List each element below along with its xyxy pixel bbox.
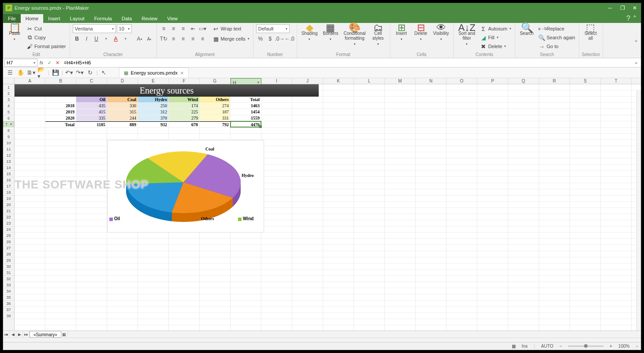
row-header-3[interactable]: 3 — [3, 97, 14, 103]
column-header-F[interactable]: F — [169, 78, 200, 84]
number-format-select[interactable]: Default — [256, 24, 290, 33]
shrink-font-button[interactable]: A▾ — [145, 34, 154, 43]
cell[interactable]: 1454 — [231, 109, 261, 115]
column-header-C[interactable]: C — [76, 78, 107, 84]
row-header-28[interactable]: 28 — [3, 251, 14, 257]
column-header-L[interactable]: L — [354, 78, 385, 84]
align-bottom-button[interactable]: ≡ — [179, 24, 188, 33]
row-header-5[interactable]: 5 — [3, 109, 14, 115]
row-header-36[interactable]: 36 — [3, 300, 14, 307]
delete-cells-button[interactable]: ⊟Delete▾ — [412, 24, 430, 42]
cell[interactable]: 174 — [169, 103, 200, 109]
row-header-12[interactable]: 12 — [3, 152, 14, 158]
row-header-9[interactable]: 9 — [3, 134, 14, 140]
cell[interactable]: Coal — [107, 97, 138, 103]
zoom-slider[interactable] — [568, 345, 603, 347]
row-header-35[interactable]: 35 — [3, 294, 14, 300]
touch-mode-icon[interactable]: ✋ — [16, 68, 25, 77]
cell[interactable]: 370 — [138, 115, 169, 121]
column-header-G[interactable]: G — [200, 78, 231, 84]
column-header-N[interactable]: N — [416, 78, 447, 84]
pie-chart[interactable]: Coal Hydro Wind Others Oil — [107, 140, 264, 233]
minimize-button[interactable]: ─ — [604, 3, 616, 13]
row-header-30[interactable]: 30 — [3, 263, 14, 270]
row-header-37[interactable]: 37 — [3, 307, 14, 313]
row-header-20[interactable]: 20 — [3, 202, 14, 208]
row-header-13[interactable]: 13 — [3, 158, 14, 165]
cell[interactable]: 279 — [169, 115, 200, 121]
wrap-text-button[interactable]: ↩Wrap text — [212, 24, 242, 33]
delete-contents-button[interactable]: ✖Delete▾ — [479, 42, 512, 51]
align-top-button[interactable]: ≡ — [160, 24, 168, 33]
cell[interactable]: 315 — [107, 109, 138, 115]
goto-button[interactable]: →Go to — [537, 42, 576, 51]
row-header-14[interactable]: 14 — [3, 165, 14, 171]
row-header-16[interactable]: 16 — [3, 177, 14, 183]
cell-styles-button[interactable]: 🗂Cell styles▾ — [369, 24, 387, 47]
cell[interactable]: 187 — [200, 109, 231, 115]
format-painter-button[interactable]: 🖌Format painter — [25, 42, 67, 51]
column-header-D[interactable]: D — [107, 78, 138, 84]
vertical-scrollbar[interactable] — [637, 90, 641, 330]
visibility-button[interactable]: 👁Visibility▾ — [432, 24, 451, 42]
row-header-25[interactable]: 25 — [3, 233, 14, 239]
column-header-K[interactable]: K — [323, 78, 354, 84]
row-header-27[interactable]: 27 — [3, 245, 14, 251]
grow-font-button[interactable]: A▴ — [135, 34, 144, 43]
tab-view[interactable]: View — [162, 14, 182, 23]
zoom-in-button[interactable]: + — [610, 344, 612, 349]
row-header-21[interactable]: 21 — [3, 208, 14, 214]
cell[interactable]: 244 — [107, 115, 138, 121]
rotate-text-button[interactable]: T↻ — [160, 34, 168, 43]
row-header-29[interactable]: 29 — [3, 257, 14, 263]
cell[interactable]: Hydro — [138, 97, 169, 103]
save-icon[interactable]: 💾 — [51, 68, 60, 77]
row-header-18[interactable]: 18 — [3, 189, 14, 195]
cell[interactable]: 2019 — [45, 109, 76, 115]
menu-icon[interactable]: ☰ — [6, 68, 15, 77]
cursor-icon[interactable]: ↖ — [100, 68, 108, 77]
decrease-decimal-button[interactable]: ←.0 — [285, 34, 294, 43]
row-header-33[interactable]: 33 — [3, 282, 14, 288]
last-sheet-button[interactable]: ⏭ — [23, 331, 30, 338]
bold-button[interactable]: B — [73, 34, 82, 43]
font-color-button[interactable]: A — [112, 34, 120, 43]
select-all-button[interactable]: ⬚Select all — [582, 24, 599, 41]
undo-icon[interactable]: ↶▾ — [65, 68, 74, 77]
cell[interactable]: Wind — [169, 97, 200, 103]
sheet-tab-summary[interactable]: «Summary» — [30, 331, 61, 338]
document-tab[interactable]: ▦ Energy sources.pmdx × — [119, 68, 189, 78]
column-header-O[interactable]: O — [447, 78, 477, 84]
replace-button[interactable]: a→bReplace — [537, 24, 576, 33]
cell[interactable]: 678 — [169, 121, 200, 128]
cut-button[interactable]: ✂Cut — [25, 24, 67, 33]
orientation-button[interactable]: ▭▾ — [198, 24, 207, 33]
row-header-8[interactable]: 8 — [3, 128, 14, 134]
maximize-button[interactable]: ❐ — [616, 3, 629, 13]
sort-filter-button[interactable]: A↓ZSort and filter▾ — [456, 24, 477, 47]
cell[interactable]: 889 — [107, 121, 138, 128]
currency-button[interactable]: $ — [266, 34, 275, 43]
row-header-1[interactable]: 1 — [3, 84, 14, 90]
add-sheet-button[interactable]: ▦ — [61, 331, 68, 338]
tab-formula[interactable]: Formula — [89, 14, 117, 23]
cell[interactable]: 4476 — [231, 121, 261, 128]
row-header-11[interactable]: 11 — [3, 146, 14, 152]
new-doc-icon[interactable]: 🗎▾ — [27, 68, 36, 77]
open-doc-icon[interactable]: 📂▾ — [37, 68, 46, 77]
cancel-button[interactable]: ✕ — [53, 59, 61, 67]
row-header-38[interactable]: 38 — [3, 313, 14, 319]
formula-input[interactable]: =H4+H5+H6 — [61, 60, 635, 65]
insert-cells-button[interactable]: ⊞Insert▾ — [393, 24, 410, 42]
cell-reference-input[interactable]: H7 — [4, 59, 37, 67]
first-sheet-button[interactable]: ⏮ — [3, 331, 10, 338]
view-mode-icon[interactable]: ▦ — [512, 344, 516, 349]
cell[interactable]: 2020 — [45, 115, 76, 121]
underline-button[interactable]: U — [92, 34, 101, 43]
column-header-E[interactable]: E — [138, 78, 169, 84]
cell[interactable]: 225 — [169, 109, 200, 115]
cell[interactable]: 932 — [138, 121, 169, 128]
help-icon[interactable]: ? — [626, 15, 630, 23]
column-header-A[interactable]: A — [15, 78, 45, 84]
align-center-button[interactable]: ≡ — [179, 34, 188, 43]
